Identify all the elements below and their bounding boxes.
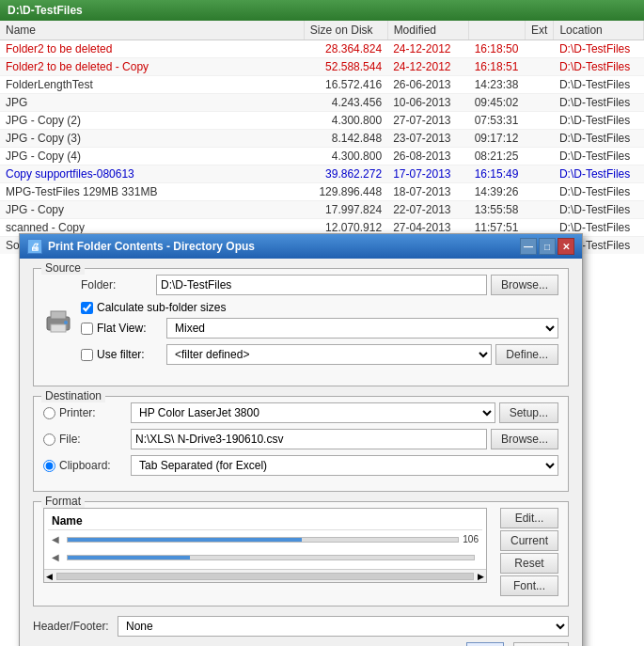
cell-modified: 10-06-2013 [387, 94, 469, 112]
table-row[interactable]: JPG - Copy (4) 4.300.800 26-08-2013 08:2… [0, 148, 644, 165]
cell-location: D:\D-TestFiles [554, 58, 644, 76]
cell-time: 07:53:31 [469, 112, 526, 130]
format-scrollbar[interactable]: ◀ ▶ [44, 569, 486, 582]
cell-size: 129.896.448 [304, 183, 387, 201]
reset-button[interactable]: Reset [500, 553, 558, 574]
table-row[interactable]: JPG - Copy (3) 8.142.848 23-07-2013 09:1… [0, 130, 644, 148]
printer-setup-button[interactable]: Setup... [499, 402, 558, 423]
cell-modified: 26-06-2013 [387, 76, 469, 94]
printer-row: Printer: HP Color LaserJet 3800 Setup... [43, 402, 558, 423]
printer-select[interactable]: HP Color LaserJet 3800 [131, 402, 495, 423]
cell-location: D:\D-TestFiles [554, 201, 644, 219]
printer-radio[interactable] [43, 407, 55, 419]
table-row[interactable]: JPG 4.243.456 10-06-2013 09:45:02 D:\D-T… [0, 94, 644, 112]
cell-modified: 24-12-2012 [387, 40, 469, 58]
col-header-name[interactable]: Name [0, 21, 304, 40]
calc-subfolder-checkbox[interactable] [81, 302, 93, 314]
cell-ext [526, 76, 554, 94]
format-buttons: Edit... Current Reset Font... [496, 508, 558, 596]
source-group-label: Source [41, 261, 85, 275]
minimize-button[interactable]: — [520, 238, 537, 255]
slider1-track[interactable] [67, 537, 459, 543]
col-header-size[interactable]: Size on Disk [304, 21, 387, 40]
cell-name: MPG-TestFiles 129MB 331MB [0, 183, 304, 201]
dialog-footer: OK Cancel [33, 637, 569, 646]
clipboard-radio[interactable] [43, 460, 55, 472]
flat-view-row: Flat View: Mixed [81, 318, 558, 339]
header-footer-label: Header/Footer: [33, 620, 118, 633]
cell-time: 14:23:38 [469, 76, 526, 94]
flat-view-select[interactable]: Mixed [166, 318, 558, 339]
cell-size: 4.300.800 [304, 148, 387, 165]
col-header-ext[interactable]: Ext [526, 21, 554, 40]
font-button[interactable]: Font... [500, 575, 558, 596]
close-button[interactable]: ✕ [558, 238, 574, 255]
filter-select[interactable]: <filter defined> [166, 344, 492, 365]
cell-size: 17.997.824 [304, 201, 387, 219]
define-button[interactable]: Define... [495, 344, 558, 365]
cell-modified: 24-12-2012 [387, 58, 469, 76]
cell-size: 8.142.848 [304, 130, 387, 148]
cell-name: JPG - Copy (2) [0, 112, 304, 130]
clipboard-row: Clipboard: Tab Separated (for Excel) [43, 455, 558, 476]
calc-subfolder-row: Calculate sub-folder sizes [81, 301, 558, 314]
table-row[interactable]: Folder2 to be deleted - Copy 52.588.544 … [0, 58, 644, 76]
cell-location: D:\D-TestFiles [554, 76, 644, 94]
edit-button[interactable]: Edit... [500, 508, 558, 528]
cell-name: JPG - Copy [0, 201, 304, 219]
current-button[interactable]: Current [500, 530, 558, 551]
svg-rect-2 [51, 324, 66, 332]
use-filter-checkbox[interactable] [81, 349, 93, 361]
maximize-button[interactable]: □ [539, 238, 556, 255]
table-row[interactable]: FolderLengthTest 16.572.416 26-06-2013 1… [0, 76, 644, 94]
col-header-modified[interactable]: Modified [387, 21, 469, 40]
slider2-track[interactable] [67, 555, 475, 560]
table-row[interactable]: Folder2 to be deleted 28.364.824 24-12-2… [0, 40, 644, 58]
cell-modified: 22-07-2013 [387, 201, 469, 219]
cell-name: FolderLengthTest [0, 76, 304, 94]
file-table-container[interactable]: Name Size on Disk Modified Ext Location … [0, 21, 644, 254]
scroll-thumb[interactable] [56, 573, 474, 580]
file-manager-title-bar: D:\D-TestFiles [0, 0, 644, 21]
cell-location: D:\D-TestFiles [554, 165, 644, 183]
col-header-location[interactable]: Location [554, 21, 644, 40]
header-footer-select[interactable]: None [118, 616, 569, 637]
col-header-time[interactable] [469, 21, 526, 40]
file-input[interactable] [131, 429, 487, 449]
left-arrow: ◀ [52, 534, 59, 544]
slider2-row: ◀ [48, 548, 482, 566]
cell-location: D:\D-TestFiles [554, 40, 644, 58]
cell-time: 16:15:49 [469, 165, 526, 183]
cell-modified: 26-08-2013 [387, 148, 469, 165]
calc-subfolder-label: Calculate sub-folder sizes [97, 301, 226, 314]
cell-ext [526, 112, 554, 130]
cell-size: 52.588.544 [304, 58, 387, 76]
scroll-left-btn[interactable]: ◀ [44, 572, 55, 581]
ok-button[interactable]: OK [466, 642, 503, 646]
folder-browse-button[interactable]: Browse... [491, 275, 558, 295]
file-browse-button[interactable]: Browse... [491, 429, 558, 449]
scroll-right-btn[interactable]: ▶ [476, 572, 486, 581]
flat-view-label: Flat View: [97, 322, 163, 335]
cell-name: Folder2 to be deleted - Copy [0, 58, 304, 76]
use-filter-label: Use filter: [97, 348, 163, 361]
cell-size: 16.572.416 [304, 76, 387, 94]
cell-location: D:\D-TestFiles [554, 130, 644, 148]
table-row[interactable]: JPG - Copy 17.997.824 22-07-2013 13:55:5… [0, 201, 644, 219]
svg-point-3 [64, 321, 68, 324]
printer-radio-label: Printer: [59, 406, 131, 419]
format-group: Format Name ◀ 106 ◀ [33, 501, 569, 607]
table-row[interactable]: MPG-TestFiles 129MB 331MB 129.896.448 18… [0, 183, 644, 201]
cancel-button[interactable]: Cancel [513, 642, 569, 646]
source-group: Source Folder: Browse... [33, 268, 569, 386]
flat-view-checkbox[interactable] [81, 323, 93, 335]
cell-time: 08:21:25 [469, 148, 526, 165]
file-radio[interactable] [43, 433, 55, 446]
table-row[interactable]: Copy supportfiles-080613 39.862.272 17-0… [0, 165, 644, 183]
table-row[interactable]: JPG - Copy (2) 4.300.800 27-07-2013 07:5… [0, 112, 644, 130]
folder-input[interactable] [156, 275, 487, 295]
cell-name: JPG [0, 94, 304, 112]
clipboard-select[interactable]: Tab Separated (for Excel) [131, 455, 558, 476]
folder-label: Folder: [81, 278, 156, 291]
format-group-label: Format [41, 495, 85, 508]
